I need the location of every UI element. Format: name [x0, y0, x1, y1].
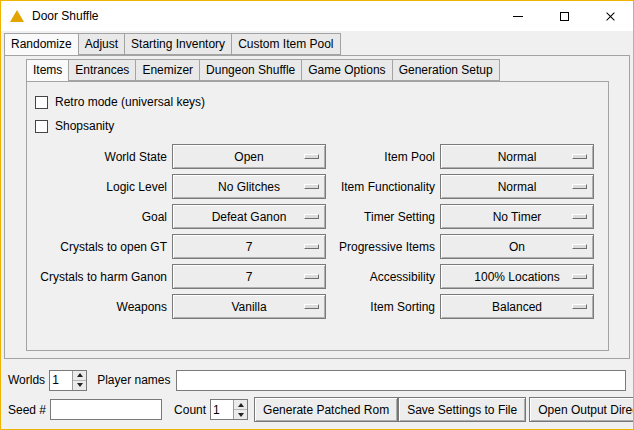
- spin-up-icon: [238, 403, 244, 407]
- menu-indicator-icon: [304, 154, 319, 159]
- open-output-button[interactable]: Open Output Directory: [529, 397, 634, 422]
- tab-generation-setup[interactable]: Generation Setup: [392, 59, 500, 81]
- item-pool-value: Normal: [498, 150, 537, 164]
- window-controls: [495, 1, 633, 31]
- count-spinbox: [210, 399, 248, 420]
- logic-level-value: No Glitches: [218, 180, 280, 194]
- worlds-row: Worlds Player names: [8, 369, 626, 391]
- minimize-button[interactable]: [495, 1, 541, 31]
- logic-level-dropdown[interactable]: No Glitches: [172, 174, 326, 199]
- menu-indicator-icon: [304, 304, 319, 309]
- worlds-spin-down[interactable]: [73, 380, 86, 390]
- worlds-spinbox: [49, 370, 87, 391]
- weapons-label: Weapons: [35, 300, 167, 314]
- spin-up-icon: [77, 373, 83, 377]
- menu-indicator-icon: [304, 184, 319, 189]
- progressive-items-dropdown[interactable]: On: [440, 234, 594, 259]
- randomize-tab-bar: Items Entrances Enemizer Dungeon Shuffle…: [26, 59, 609, 81]
- retro-mode-row: Retro mode (universal keys): [35, 90, 608, 114]
- tab-starting-inventory[interactable]: Starting Inventory: [124, 33, 232, 55]
- spin-down-icon: [77, 383, 83, 387]
- minimize-icon: [513, 16, 523, 17]
- maximize-icon: [560, 12, 569, 21]
- player-names-label: Player names: [97, 373, 170, 387]
- item-functionality-dropdown[interactable]: Normal: [440, 174, 594, 199]
- crystals-ganon-dropdown[interactable]: 7: [172, 264, 326, 289]
- crystals-gt-value: 7: [246, 240, 253, 254]
- accessibility-label: Accessibility: [331, 270, 435, 284]
- weapons-dropdown[interactable]: Vanilla: [172, 294, 326, 319]
- menu-indicator-icon: [304, 274, 319, 279]
- worlds-spin-up[interactable]: [73, 371, 86, 380]
- crystals-ganon-value: 7: [246, 270, 253, 284]
- titlebar: Door Shuffle: [1, 1, 633, 31]
- main-tab-bar: Randomize Adjust Starting Inventory Cust…: [4, 33, 633, 55]
- timer-setting-dropdown[interactable]: No Timer: [440, 204, 594, 229]
- menu-indicator-icon: [304, 244, 319, 249]
- tab-custom-item-pool[interactable]: Custom Item Pool: [231, 33, 340, 55]
- options-grid: World State Open Item Pool Normal Logic …: [35, 144, 608, 319]
- items-pane: Retro mode (universal keys) Shopsanity W…: [26, 81, 609, 351]
- tab-enemizer[interactable]: Enemizer: [135, 59, 200, 81]
- item-sorting-value: Balanced: [492, 300, 542, 314]
- item-sorting-label: Item Sorting: [331, 300, 435, 314]
- tab-dungeon-shuffle[interactable]: Dungeon Shuffle: [199, 59, 302, 81]
- menu-indicator-icon: [572, 244, 587, 249]
- item-pool-label: Item Pool: [331, 150, 435, 164]
- goal-dropdown[interactable]: Defeat Ganon: [172, 204, 326, 229]
- goal-value: Defeat Ganon: [212, 210, 287, 224]
- tab-adjust[interactable]: Adjust: [78, 33, 125, 55]
- worlds-label: Worlds: [8, 373, 45, 387]
- world-state-label: World State: [35, 150, 167, 164]
- item-pool-dropdown[interactable]: Normal: [440, 144, 594, 169]
- spin-down-icon: [238, 413, 244, 417]
- progressive-items-label: Progressive Items: [331, 240, 435, 254]
- count-label: Count: [174, 403, 206, 417]
- accessibility-value: 100% Locations: [474, 270, 559, 284]
- app-icon: [10, 10, 24, 22]
- save-settings-button[interactable]: Save Settings to File: [398, 397, 526, 422]
- seed-input[interactable]: [50, 399, 162, 420]
- menu-indicator-icon: [572, 154, 587, 159]
- progressive-items-value: On: [509, 240, 525, 254]
- timer-setting-label: Timer Setting: [331, 210, 435, 224]
- weapons-value: Vanilla: [231, 300, 266, 314]
- randomize-pane: Items Entrances Enemizer Dungeon Shuffle…: [4, 55, 630, 359]
- maximize-button[interactable]: [541, 1, 587, 31]
- accessibility-dropdown[interactable]: 100% Locations: [440, 264, 594, 289]
- seed-row: Seed # Count Generate Patched Rom Save S…: [8, 397, 626, 422]
- worlds-spin-buttons: [72, 371, 86, 390]
- worlds-input[interactable]: [50, 371, 72, 390]
- seed-label: Seed #: [8, 403, 46, 417]
- world-state-dropdown[interactable]: Open: [172, 144, 326, 169]
- crystals-gt-dropdown[interactable]: 7: [172, 234, 326, 259]
- goal-label: Goal: [35, 210, 167, 224]
- tab-game-options[interactable]: Game Options: [301, 59, 392, 81]
- tab-entrances[interactable]: Entrances: [68, 59, 136, 81]
- generate-rom-button[interactable]: Generate Patched Rom: [254, 397, 398, 422]
- close-icon: [605, 11, 616, 22]
- shopsanity-row: Shopsanity: [35, 114, 608, 138]
- close-button[interactable]: [587, 1, 633, 31]
- window-title: Door Shuffle: [32, 9, 99, 23]
- retro-mode-label: Retro mode (universal keys): [55, 95, 205, 109]
- crystals-ganon-label: Crystals to harm Ganon: [35, 270, 167, 284]
- menu-indicator-icon: [304, 214, 319, 219]
- menu-indicator-icon: [572, 214, 587, 219]
- count-spin-down[interactable]: [234, 409, 247, 419]
- shopsanity-checkbox[interactable]: [35, 120, 48, 133]
- crystals-gt-label: Crystals to open GT: [35, 240, 167, 254]
- count-spin-up[interactable]: [234, 400, 247, 409]
- item-sorting-dropdown[interactable]: Balanced: [440, 294, 594, 319]
- menu-indicator-icon: [572, 304, 587, 309]
- world-state-value: Open: [234, 150, 263, 164]
- tab-items[interactable]: Items: [26, 59, 69, 82]
- player-names-input[interactable]: [176, 370, 627, 391]
- count-spin-buttons: [233, 400, 247, 419]
- retro-mode-checkbox[interactable]: [35, 96, 48, 109]
- item-functionality-value: Normal: [498, 180, 537, 194]
- count-input[interactable]: [211, 400, 233, 419]
- tab-randomize[interactable]: Randomize: [4, 33, 79, 56]
- item-functionality-label: Item Functionality: [331, 180, 435, 194]
- logic-level-label: Logic Level: [35, 180, 167, 194]
